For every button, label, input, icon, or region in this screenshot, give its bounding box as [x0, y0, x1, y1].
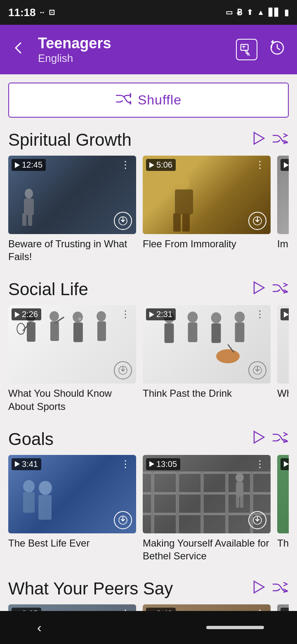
video-duration-best-life: 3:41 [12, 458, 41, 470]
video-thumb-this-is: 5:— ⋮ [277, 455, 289, 533]
play-section-peers[interactable] [251, 580, 266, 598]
more-button-bethel[interactable]: ⋮ [252, 457, 268, 471]
download-button-sports[interactable] [114, 361, 132, 379]
app-bar-actions [236, 36, 289, 63]
svg-marker-44 [254, 431, 264, 443]
video-card-best-life[interactable]: 3:41 ⋮ The Best Life Ever [8, 455, 136, 562]
video-card-device[interactable]: 2:— ⋮ Who's Device [277, 305, 289, 412]
video-duration-imitate: 8:— [280, 159, 289, 171]
shuffle-section-peers[interactable] [272, 581, 289, 597]
section-actions-goals [251, 430, 289, 448]
section-title-peers: What Your Peers Say [8, 579, 173, 599]
status-bar: 11:18 ·· ⊡ ▭ Ƀ ⬆ ▲ ▋▋ ▮ [0, 0, 297, 25]
video-card-beware[interactable]: 12:45 ⋮ Beware of Trusting in What Fails… [8, 156, 136, 263]
more-button-flee[interactable]: ⋮ [252, 158, 268, 171]
video-thumb-device: 2:— ⋮ [277, 305, 289, 384]
section-header-goals: Goals [8, 429, 289, 449]
video-label-flee: Flee From Immorality [143, 237, 271, 250]
svg-rect-4 [24, 199, 34, 215]
battery-icon: ▮ [284, 7, 289, 17]
video-card-bethel[interactable]: 13:05 ⋮ Making Yourself Available for Be… [143, 455, 271, 562]
section-title-goals: Goals [8, 429, 54, 449]
section-spiritual-growth: Spiritual Growth [8, 130, 289, 267]
svg-marker-63 [254, 581, 264, 593]
more-button-drink[interactable]: ⋮ [252, 308, 268, 321]
section-goals: Goals [8, 429, 289, 566]
section-header-social-life: Social Life [8, 279, 289, 299]
svg-rect-10 [173, 213, 181, 232]
more-button-best-life[interactable]: ⋮ [117, 457, 134, 471]
bluetooth-icon: Ƀ [237, 7, 243, 17]
download-button-beware[interactable] [114, 212, 132, 230]
video-label-drink: Think Past the Drink [143, 387, 271, 400]
svg-rect-6 [28, 213, 32, 226]
video-row-social-life: 2:26 ⋮ What You Should Know About Sports [8, 305, 289, 417]
play-section-social-life[interactable] [251, 280, 266, 299]
download-button-best-life[interactable] [114, 511, 132, 529]
svg-rect-28 [165, 324, 174, 343]
page-subtitle: English [38, 52, 228, 65]
video-row-spiritual-growth: 12:45 ⋮ Beware of Trusting in What Fails… [8, 156, 289, 267]
svg-rect-9 [175, 189, 193, 214]
video-duration-device: 2:— [280, 308, 289, 320]
page-title: Teenagers [38, 34, 228, 52]
video-thumb-bethel: 13:05 ⋮ [143, 455, 271, 533]
video-label-beware: Beware of Trusting in What Fails! [8, 237, 136, 263]
download-button-flee[interactable] [248, 212, 266, 230]
video-duration-flee: 5:06 [146, 159, 176, 171]
svg-point-47 [39, 481, 52, 495]
back-button[interactable] [8, 37, 30, 62]
section-title-spiritual-growth: Spiritual Growth [8, 130, 132, 150]
shuffle-section-goals[interactable] [272, 431, 289, 447]
more-button-beware[interactable]: ⋮ [117, 158, 134, 171]
video-card-flee[interactable]: 5:06 ⋮ Flee From Immorality [143, 156, 271, 263]
shuffle-section-spiritual-growth[interactable] [272, 133, 289, 148]
download-button-bethel[interactable] [248, 511, 266, 529]
shuffle-section-social-life[interactable] [272, 282, 289, 297]
svg-marker-13 [254, 282, 264, 294]
section-header-spiritual-growth: Spiritual Growth [8, 130, 289, 150]
svg-rect-34 [235, 323, 245, 343]
video-label-bethel: Making Yourself Available for Bethel Ser… [143, 537, 271, 562]
section-header-peers: What Your Peers Say [8, 579, 289, 599]
svg-point-33 [235, 312, 245, 323]
translate-button[interactable] [236, 39, 257, 60]
play-section-spiritual-growth[interactable] [251, 131, 266, 149]
play-section-goals[interactable] [251, 430, 266, 448]
svg-rect-32 [212, 324, 221, 343]
home-indicator[interactable] [206, 626, 264, 629]
video-duration-beware: 12:45 [12, 159, 46, 171]
video-card-this-is[interactable]: 5:— ⋮ This Is... [277, 455, 289, 562]
svg-rect-48 [38, 495, 52, 520]
nav-back-button[interactable]: ‹ [33, 616, 46, 639]
download-button-drink[interactable] [248, 361, 266, 379]
svg-rect-11 [182, 213, 190, 232]
video-card-imitate[interactable]: 8:— ⋮ Imitate Their Courage [277, 156, 289, 263]
section-actions-social-life [251, 280, 289, 299]
more-button-sports[interactable]: ⋮ [117, 308, 134, 321]
svg-point-31 [211, 313, 222, 324]
bottom-navigation: ‹ [0, 611, 297, 644]
video-card-drink[interactable]: 2:31 ⋮ Think Past the Drink [143, 305, 271, 412]
shuffle-icon [116, 92, 131, 108]
svg-marker-2 [254, 133, 264, 144]
svg-rect-25 [97, 322, 106, 341]
video-duration-bethel: 13:05 [146, 458, 180, 470]
history-button[interactable] [266, 36, 289, 63]
dot-icon: ·· [40, 8, 45, 17]
video-card-sports[interactable]: 2:26 ⋮ What You Should Know About Sports [8, 305, 136, 412]
shuffle-button[interactable]: Shuffle [8, 83, 289, 118]
screen-record-icon: ⊡ [49, 8, 55, 17]
cell-signal-icon: ▋▋ [269, 8, 280, 17]
svg-rect-53 [151, 471, 154, 533]
video-label-sports: What You Should Know About Sports [8, 387, 136, 412]
svg-rect-60 [236, 496, 239, 508]
app-bar-title-block: Teenagers English [38, 34, 228, 65]
svg-point-45 [23, 480, 35, 492]
section-title-social-life: Social Life [8, 279, 88, 299]
video-row-goals: 3:41 ⋮ The Best Life Ever [8, 455, 289, 566]
svg-rect-46 [23, 492, 35, 513]
svg-point-35 [216, 349, 240, 363]
video-duration-drink: 2:31 [146, 308, 176, 320]
wifi-icon: ▲ [257, 8, 264, 17]
